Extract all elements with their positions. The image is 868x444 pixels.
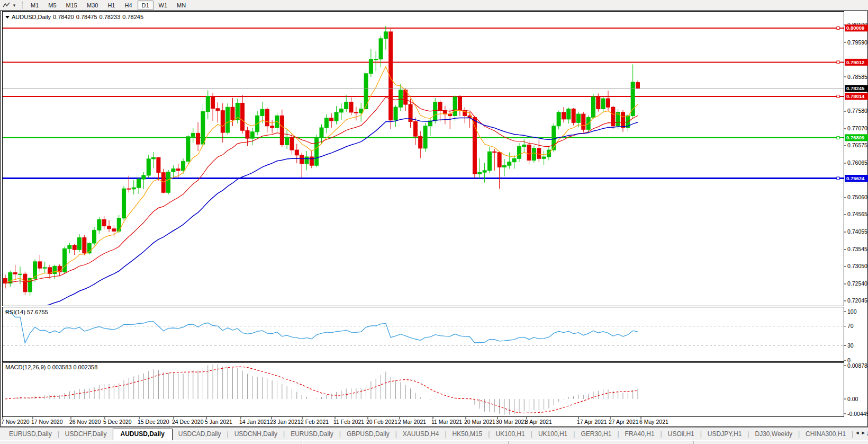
timeframe-button-w1[interactable]: W1 [155, 1, 172, 10]
tab-eurusd-daily[interactable]: EURUSD,Daily [3, 430, 58, 438]
ohlc-close: 0.78245 [122, 14, 143, 20]
tab-usoil-h1[interactable]: USOil,H1 [662, 430, 700, 438]
tab-usdcnh-daily[interactable]: USDCNH,Daily [229, 430, 283, 438]
chart-title: AUDUSD,Daily 0.78420 0.78475 0.78233 0.7… [5, 14, 143, 20]
symbol-tab-bar: EURUSD,Daily|USDCHF,DailyAUDUSD,DailyUSD… [0, 427, 868, 440]
top-toolbar: ▾ M1M5M15M30H1H4D1W1MN [0, 0, 868, 11]
rsi-area[interactable] [3, 307, 844, 361]
tab-uk100-h1[interactable]: UK100,H1 [490, 430, 530, 438]
macd-main-value: 0.003583 [47, 364, 71, 370]
main-chart-area[interactable] [3, 12, 844, 305]
symbol-dropdown-caret-icon[interactable] [5, 16, 10, 19]
tab-scroll-controls: ◂ ▸ [854, 428, 867, 437]
tab-usdjpy-h1[interactable]: USDJPY,H1 [702, 430, 747, 438]
tab-dj30-weekly[interactable]: DJ30,Weekly [749, 430, 798, 438]
status-cell-divider [302, 441, 303, 444]
timeframe-button-h4[interactable]: H4 [120, 1, 136, 10]
rsi-value: 57.6755 [27, 309, 48, 315]
ohlc-open: 0.78420 [53, 14, 74, 20]
timeframe-button-d1[interactable]: D1 [138, 1, 153, 10]
chart-tools-dropdown-caret-icon[interactable]: ▾ [11, 3, 17, 8]
timeframe-button-m1[interactable]: M1 [26, 1, 43, 10]
status-bar [0, 440, 868, 444]
timeframe-button-mn[interactable]: MN [173, 1, 190, 10]
ohlc-low: 0.78233 [100, 14, 121, 20]
date-scale-area[interactable] [3, 417, 844, 427]
tab-audusd-daily[interactable]: AUDUSD,Daily [113, 429, 173, 440]
ohlc-high: 0.78475 [76, 14, 97, 20]
price-scale-area[interactable] [845, 12, 868, 416]
tab-uk100-h1[interactable]: UK100,H1 [532, 430, 573, 438]
rsi-label: RSI(14) 57.6755 [5, 309, 48, 315]
tab-usdchf-daily[interactable]: USDCHF,Daily [59, 430, 113, 438]
tab-fra40-h1[interactable]: FRA40,H1 [619, 430, 661, 438]
tab-gbpusd-daily[interactable]: GBPUSD,Daily [341, 430, 395, 438]
macd-area[interactable] [3, 363, 844, 416]
tab-eurusd-daily[interactable]: EURUSD,Daily [285, 430, 339, 438]
chart-canvas[interactable]: 0.801000.795900.785850.775800.770700.765… [0, 11, 868, 427]
timeframe-button-h1[interactable]: H1 [103, 1, 119, 10]
tab-xauusd-h4[interactable]: XAUUSD,H4 [397, 430, 445, 438]
tab-usdcad-daily[interactable]: USDCAD,Daily [173, 430, 227, 438]
timeframe-button-m5[interactable]: M5 [44, 1, 60, 10]
macd-signal-value: 0.002358 [73, 364, 97, 370]
tab-scroll-right-icon[interactable]: ▸ [862, 429, 865, 436]
tab-hk50-m15[interactable]: HK50,M15 [447, 430, 489, 438]
timeframe-button-m15[interactable]: M15 [62, 1, 82, 10]
macd-label: MACD(12,26,9) 0.003583 0.002358 [5, 364, 97, 370]
tab-ger30-h1[interactable]: GER30,H1 [575, 430, 617, 438]
timeframe-button-group: M1M5M15M30H1H4D1W1MN [26, 1, 191, 10]
status-cell-divider [693, 441, 694, 444]
timeframe-button-m30[interactable]: M30 [83, 1, 102, 10]
tab-scroll-left-icon[interactable]: ◂ [856, 429, 859, 436]
toolbar-grip-handle[interactable] [22, 2, 23, 8]
tab-china300-h1[interactable]: CHINA300,H1 [800, 430, 852, 438]
chart-window: 0.801000.795900.785850.775800.770700.765… [0, 11, 867, 427]
symbol-label: AUDUSD,Daily [12, 14, 51, 20]
status-cell-divider [508, 441, 509, 444]
chart-tools-icon[interactable] [2, 1, 11, 9]
